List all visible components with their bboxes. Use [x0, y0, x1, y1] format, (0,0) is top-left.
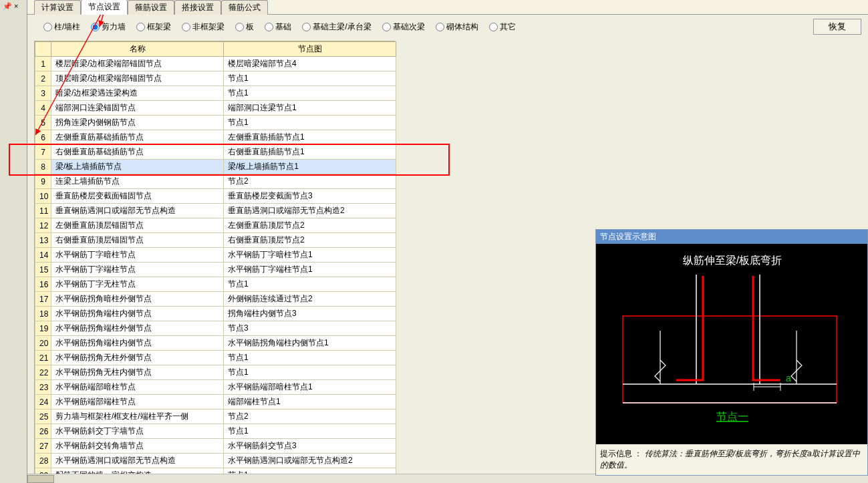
cell-node[interactable]: 水平钢筋斜交节点3: [224, 439, 396, 454]
cell-node[interactable]: 左侧垂直筋插筋节点1: [224, 130, 396, 145]
cell-name[interactable]: 拐角连梁内侧钢筋节点: [51, 116, 224, 130]
table-row[interactable]: 20水平钢筋拐角端柱内侧节点水平钢筋拐角端柱内侧节点1: [35, 336, 396, 351]
tab-4[interactable]: 箍筋公式: [221, 0, 268, 15]
cell-name[interactable]: 左侧垂直筋基础插筋节点: [51, 130, 224, 145]
cell-node[interactable]: 节点3: [224, 321, 396, 336]
cell-name[interactable]: 水平钢筋拐角端柱内侧节点: [51, 307, 224, 321]
cell-name[interactable]: 梁/板上墙插筋节点: [51, 160, 224, 174]
table-row[interactable]: 16水平钢筋丁字无柱节点节点1: [35, 277, 396, 292]
tab-0[interactable]: 计算设置: [34, 0, 81, 15]
cell-node[interactable]: 端部洞口连梁节点1: [224, 101, 396, 116]
tab-1[interactable]: 节点设置: [81, 0, 128, 15]
cell-node[interactable]: 节点2: [224, 410, 396, 424]
table-row[interactable]: 8梁/板上墙插筋节点梁/板上墙插筋节点1: [35, 160, 396, 174]
cell-name[interactable]: 右侧垂直筋顶层锚固节点: [51, 233, 224, 248]
cell-node[interactable]: 外侧钢筋连续通过节点2: [224, 292, 396, 307]
radio-7[interactable]: 基础次梁: [382, 21, 425, 33]
cell-node[interactable]: 节点1: [224, 351, 396, 365]
radio-5[interactable]: 基础: [265, 21, 291, 33]
cell-node[interactable]: 梁/板上墙插筋节点1: [224, 160, 396, 174]
cell-name[interactable]: 水平钢筋拐角无柱外侧节点: [51, 351, 224, 365]
cell-node[interactable]: 右侧垂直筋插筋节点1: [224, 145, 396, 160]
table-row[interactable]: 27水平钢筋斜交转角墙节点水平钢筋斜交节点3: [35, 439, 396, 454]
cell-name[interactable]: 左侧垂直筋顶层锚固节点: [51, 218, 224, 233]
cell-name[interactable]: 垂直筋楼层变截面锚固节点: [51, 189, 224, 204]
table-row[interactable]: 22水平钢筋拐角无柱内侧节点节点1: [35, 365, 396, 380]
table-row[interactable]: 6左侧垂直筋基础插筋节点左侧垂直筋插筋节点1: [35, 130, 396, 145]
cell-name[interactable]: 暗梁/边框梁遇连梁构造: [51, 86, 224, 101]
table-row[interactable]: 18水平钢筋拐角端柱内侧节点拐角端柱内侧节点3: [35, 307, 396, 321]
table-row[interactable]: 9连梁上墙插筋节点节点2: [35, 174, 396, 189]
radio-3[interactable]: 非框架梁: [182, 21, 225, 33]
cell-name[interactable]: 水平钢筋丁字端柱节点: [51, 263, 224, 277]
table-row[interactable]: 5拐角连梁内侧钢筋节点节点1: [35, 116, 396, 130]
table-row[interactable]: 2顶层暗梁/边框梁端部锚固节点节点1: [35, 71, 396, 86]
col-name-header[interactable]: 名称: [51, 42, 224, 57]
cell-name[interactable]: 楼层暗梁/边框梁端部锚固节点: [51, 57, 224, 71]
table-row[interactable]: 12左侧垂直筋顶层锚固节点左侧垂直筋顶层节点2: [35, 218, 396, 233]
cell-node[interactable]: 水平钢筋遇洞口或端部无节点构造2: [224, 454, 396, 468]
cell-name[interactable]: 水平钢筋拐角无柱内侧节点: [51, 365, 224, 380]
cell-node[interactable]: 左侧垂直筋顶层节点2: [224, 218, 396, 233]
cell-name[interactable]: 水平钢筋拐角端柱内侧节点: [51, 336, 224, 351]
table-row[interactable]: 4端部洞口连梁锚固节点端部洞口连梁节点1: [35, 101, 396, 116]
cell-node[interactable]: 节点1: [224, 116, 396, 130]
table-row[interactable]: 11垂直钢筋遇洞口或端部无节点构造垂直筋遇洞口或端部无节点构造2: [35, 204, 396, 218]
cell-name[interactable]: 顶层暗梁/边框梁端部锚固节点: [51, 71, 224, 86]
cell-node[interactable]: 垂直筋楼层变截面节点3: [224, 189, 396, 204]
table-row[interactable]: 23水平钢筋端部暗柱节点水平钢筋端部暗柱节点1: [35, 380, 396, 395]
table-row[interactable]: 24水平钢筋端部端柱节点端部端柱节点1: [35, 395, 396, 410]
tab-2[interactable]: 箍筋设置: [128, 0, 174, 15]
cell-node[interactable]: 水平钢筋拐角端柱内侧节点1: [224, 336, 396, 351]
table-row[interactable]: 25剪力墙与框架柱/框支柱/端柱平齐一侧节点2: [35, 410, 396, 424]
table-row[interactable]: 1楼层暗梁/边框梁端部锚固节点楼层暗梁端部节点4: [35, 57, 396, 71]
cell-name[interactable]: 垂直钢筋遇洞口或端部无节点构造: [51, 204, 224, 218]
table-row[interactable]: 3暗梁/边框梁遇连梁构造节点1: [35, 86, 396, 101]
table-row[interactable]: 10垂直筋楼层变截面锚固节点垂直筋楼层变截面节点3: [35, 189, 396, 204]
cell-node[interactable]: 水平钢筋丁字暗柱节点1: [224, 248, 396, 263]
cell-name[interactable]: 水平钢筋斜交转角墙节点: [51, 439, 224, 454]
cell-name[interactable]: 水平钢筋遇洞口或端部无节点构造: [51, 454, 224, 468]
cell-node[interactable]: 水平钢筋端部暗柱节点1: [224, 380, 396, 395]
radio-1[interactable]: 剪力墙: [91, 21, 126, 33]
cell-node[interactable]: 节点1: [224, 86, 396, 101]
table-row[interactable]: 15水平钢筋丁字端柱节点水平钢筋丁字端柱节点1: [35, 263, 396, 277]
cell-name[interactable]: 右侧垂直筋基础插筋节点: [51, 145, 224, 160]
table-row[interactable]: 28水平钢筋遇洞口或端部无节点构造水平钢筋遇洞口或端部无节点构造2: [35, 454, 396, 468]
radio-9[interactable]: 其它: [489, 21, 516, 33]
table-row[interactable]: 26水平钢筋斜交丁字墙节点节点1: [35, 424, 396, 439]
tab-3[interactable]: 搭接设置: [174, 0, 221, 15]
table-row[interactable]: 19水平钢筋拐角端柱外侧节点节点3: [35, 321, 396, 336]
cell-node[interactable]: 节点1: [224, 71, 396, 86]
cell-node[interactable]: 节点1: [224, 365, 396, 380]
cell-name[interactable]: 剪力墙与框架柱/框支柱/端柱平齐一侧: [51, 410, 224, 424]
cell-name[interactable]: 水平钢筋拐角端柱外侧节点: [51, 321, 224, 336]
cell-name[interactable]: 水平钢筋拐角暗柱外侧节点: [51, 292, 224, 307]
table-row[interactable]: 14水平钢筋丁字暗柱节点水平钢筋丁字暗柱节点1: [35, 248, 396, 263]
cell-name[interactable]: 连梁上墙插筋节点: [51, 174, 224, 189]
cell-node[interactable]: 水平钢筋丁字端柱节点1: [224, 263, 396, 277]
cell-name[interactable]: 水平钢筋端部端柱节点: [51, 395, 224, 410]
cell-name[interactable]: 水平钢筋丁字无柱节点: [51, 277, 224, 292]
cell-name[interactable]: 端部洞口连梁锚固节点: [51, 101, 224, 116]
cell-node[interactable]: 节点1: [224, 277, 396, 292]
col-node-header[interactable]: 节点图: [224, 42, 396, 57]
cell-name[interactable]: 水平钢筋丁字暗柱节点: [51, 248, 224, 263]
cell-node[interactable]: 右侧垂直筋顶层节点2: [224, 233, 396, 248]
cell-node[interactable]: 端部端柱节点1: [224, 395, 396, 410]
table-row[interactable]: 21水平钢筋拐角无柱外侧节点节点1: [35, 351, 396, 365]
cell-name[interactable]: 水平钢筋斜交丁字墙节点: [51, 424, 224, 439]
cell-node[interactable]: 楼层暗梁端部节点4: [224, 57, 396, 71]
pin-close-controls[interactable]: 📌 ×: [3, 2, 19, 11]
cell-node[interactable]: 拐角端柱内侧节点3: [224, 307, 396, 321]
cell-node[interactable]: 垂直筋遇洞口或端部无节点构造2: [224, 204, 396, 218]
cell-node[interactable]: 节点2: [224, 174, 396, 189]
cell-node[interactable]: 节点1: [224, 424, 396, 439]
radio-2[interactable]: 框架梁: [136, 21, 171, 33]
table-row[interactable]: 7右侧垂直筋基础插筋节点右侧垂直筋插筋节点1: [35, 145, 396, 160]
radio-6[interactable]: 基础主梁/承台梁: [302, 21, 371, 33]
radio-4[interactable]: 板: [235, 21, 254, 33]
radio-8[interactable]: 砌体结构: [436, 21, 478, 33]
table-row[interactable]: 17水平钢筋拐角暗柱外侧节点外侧钢筋连续通过节点2: [35, 292, 396, 307]
table-row[interactable]: 13右侧垂直筋顶层锚固节点右侧垂直筋顶层节点2: [35, 233, 396, 248]
